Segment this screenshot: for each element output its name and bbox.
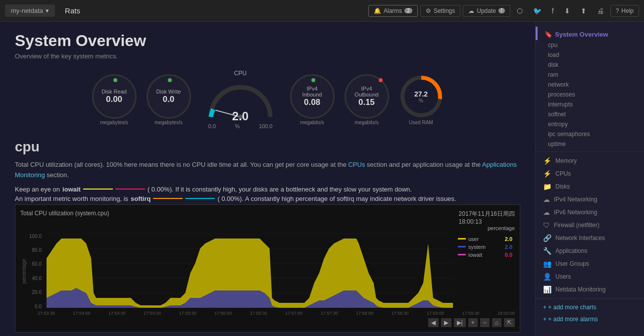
help-button[interactable]: ? Help (610, 5, 639, 17)
ipv4-outbound-unit: megabits/s (354, 120, 378, 125)
x-label-6: 17:56:30 (250, 311, 267, 316)
cpu-description: Total CPU utilization (all cores). 100% … (15, 160, 520, 181)
sidebar-item-softnet[interactable]: softnet (536, 109, 644, 119)
print-icon[interactable]: 🖨 (593, 5, 608, 17)
disk-read-circle: Disk Read 0.00 (92, 74, 137, 119)
y-axis-label: percentage (20, 259, 27, 284)
bell-icon: 🔔 (374, 7, 381, 14)
sidebar-ipv4-label: IPv4 Networking (554, 196, 597, 203)
sidebar-system-overview-label[interactable]: 🔖 System Overview (536, 27, 616, 40)
sidebar-group-users[interactable]: 👤 Users (536, 270, 644, 283)
sidebar-system-overview[interactable]: 🔖 System Overview (536, 27, 644, 40)
update-badge: ! (498, 8, 505, 13)
sidebar-usergroups-label: User Groups (555, 260, 589, 267)
cpus-link[interactable]: CPUs (348, 161, 365, 168)
update-button[interactable]: ☁ Update ! (463, 5, 510, 17)
y-label-3: 40.0 (29, 276, 42, 281)
alarms-button[interactable]: 🔔 Alarms 2 (368, 5, 418, 17)
disk-read-unit: megabytes/s (100, 120, 128, 125)
sidebar-group-user-groups[interactable]: 👥 User Groups (536, 257, 644, 270)
chart-zoom-out-btn[interactable]: − (480, 318, 490, 327)
legend-iowait-name: iowait (468, 252, 505, 258)
chart-prev-btn[interactable]: ◀ (428, 318, 439, 327)
legend-system: system 2.0 (458, 244, 512, 250)
cpu-range-unit: % (235, 123, 240, 129)
disk-write-dot (168, 78, 172, 82)
y-label-1: 80.0 (29, 247, 42, 253)
chart-body: percentage 100.0 80.0 60.0 40.0 20.0 0.0 (20, 234, 515, 309)
chart-controls: ◀ ▶ ▶| + − ⌂ ⇱ (20, 318, 515, 327)
x-label-7: 17:57:00 (285, 311, 302, 316)
used-ram-circle: 27.2 % (399, 74, 444, 119)
sidebar-item-interrupts[interactable]: interrupts (536, 99, 644, 109)
y-axis: 100.0 80.0 60.0 40.0 20.0 0.0 (29, 234, 44, 309)
sidebar-item-uptime[interactable]: uptime (536, 139, 644, 149)
legend-iowait-val: 0.0 (505, 252, 512, 258)
x-label-9: 17:58:00 (356, 311, 373, 316)
sidebar-item-entropy[interactable]: entropy (536, 119, 644, 129)
sidebar-memory-label: Memory (555, 157, 577, 164)
sidebar: 🔖 System Overview cpu load disk ram netw… (535, 22, 644, 336)
sidebar-group-netdata[interactable]: 📊 Netdata Monitoring (536, 283, 644, 296)
cloud-icon-ipv6: ☁ (543, 208, 550, 216)
iowait-line: Keep an eye on iowait ( 0.00%). If it is… (15, 186, 520, 193)
sidebar-group-memory[interactable]: ⚡ Memory (536, 154, 644, 167)
brand-chevron: ▾ (46, 7, 49, 14)
sidebar-item-load[interactable]: load (536, 50, 644, 60)
legend-system-val: 2.0 (505, 244, 512, 250)
settings-button[interactable]: ⚙ Settings (420, 5, 460, 17)
sidebar-item-ram[interactable]: ram (536, 70, 644, 80)
chart-expand-btn[interactable]: ⇱ (504, 318, 515, 327)
add-alarms-button[interactable]: + + add more alarms (536, 313, 644, 325)
chart-reset-btn[interactable]: ⌂ (492, 318, 501, 327)
ipv4-inbound-dot (311, 78, 315, 82)
main-layout: System Overview Overview of the key syst… (0, 22, 644, 336)
x-label-10: 17:58:30 (392, 311, 409, 316)
sidebar-item-ipc-semaphores[interactable]: ipc semaphores (536, 129, 644, 139)
facebook-icon[interactable]: f (548, 5, 558, 17)
cpu-desc1: Total CPU utilization (all cores). 100% … (15, 161, 347, 168)
brand-dropdown[interactable]: my-netdata ▾ (5, 4, 55, 17)
sidebar-item-network[interactable]: network (536, 80, 644, 90)
sidebar-users-label: Users (555, 273, 571, 280)
topnav: my-netdata ▾ Rats 🔔 Alarms 2 ⚙ Settings … (0, 0, 644, 22)
disk-write-value: 0.0 (163, 95, 175, 104)
sidebar-item-disk[interactable]: disk (536, 60, 644, 70)
shield-icon-firewall: 🛡 (543, 221, 550, 229)
legend-system-name: system (468, 244, 505, 250)
sidebar-group-applications[interactable]: 🔧 Applications (536, 244, 644, 257)
disk-write-label: Disk Write (156, 89, 181, 95)
sidebar-group-ipv6[interactable]: ☁ IPv6 Networking (536, 206, 644, 219)
cpu-range-max: 100.0 (259, 123, 273, 129)
chart-next-btn[interactable]: ▶| (454, 318, 466, 327)
upload-icon[interactable]: ⬆ (577, 5, 591, 17)
x-label-2: 17:54:30 (108, 311, 126, 316)
system-overview-text: System Overview (555, 31, 608, 38)
sidebar-group-disks[interactable]: 📁 Disks (536, 180, 644, 193)
github-icon[interactable]: ⬡ (513, 5, 527, 17)
softirq-end: ( 0.00%). A constantly high percentage o… (217, 195, 456, 202)
ram-label: Used RAM (409, 120, 433, 125)
sidebar-group-network-interfaces[interactable]: 🔗 Network Interfaces (536, 232, 644, 244)
chart-play-btn[interactable]: ▶ (441, 318, 451, 327)
twitter-icon[interactable]: 🐦 (529, 5, 545, 17)
chart-info: 2017年11月16日周四 18:00:13 percentage (459, 210, 515, 231)
download-icon[interactable]: ⬇ (560, 5, 574, 17)
sidebar-group-firewall[interactable]: 🛡 Firewall (netfilter) (536, 219, 644, 232)
cpu-chart: Total CPU utilization (system.cpu) 2017年… (15, 204, 520, 333)
active-indicator (536, 27, 538, 40)
x-label-4: 17:55:30 (179, 311, 197, 316)
chart-svg-area[interactable] (47, 234, 453, 309)
sidebar-group-ipv4[interactable]: ☁ IPv4 Networking (536, 193, 644, 206)
ipv4-outbound-circle: IPv4Outbound 0.15 (345, 74, 389, 119)
add-alarms-label: + add more alarms (548, 316, 597, 323)
legend-user-name: user (468, 236, 505, 242)
chart-zoom-in-btn[interactable]: + (468, 318, 478, 327)
sidebar-item-processes[interactable]: processes (536, 90, 644, 99)
disk-write-unit: megabytes/s (154, 120, 183, 125)
sidebar-divider-2 (536, 298, 644, 299)
add-charts-button[interactable]: + + add more charts (536, 301, 644, 313)
sidebar-firewall-label: Firewall (netfilter) (554, 222, 599, 229)
sidebar-group-cpus[interactable]: ⚡ CPUs (536, 167, 644, 180)
sidebar-item-cpu[interactable]: cpu (536, 40, 644, 50)
